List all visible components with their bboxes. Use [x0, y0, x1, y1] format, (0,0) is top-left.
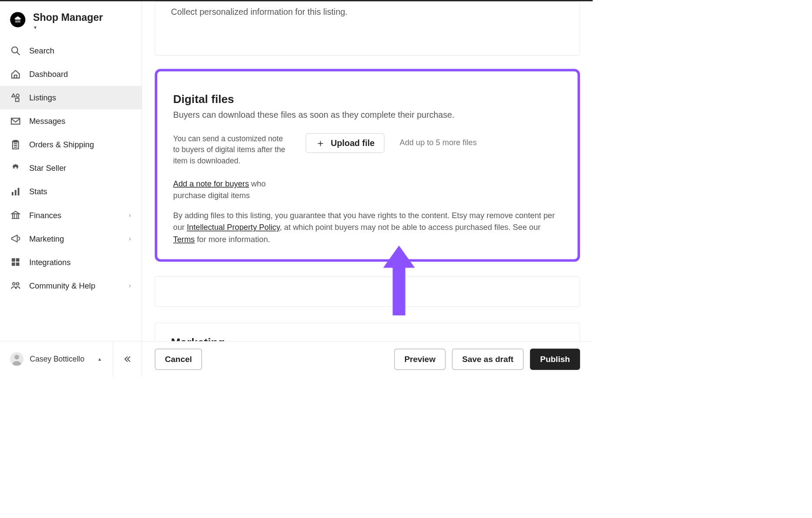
personalization-card: Collect personalized information for thi…: [155, 1, 580, 56]
bar-chart-icon: [10, 186, 21, 197]
caret-down-icon[interactable]: ▼: [33, 25, 103, 30]
add-note-link[interactable]: Add a note for buyers: [173, 179, 249, 188]
chevron-right-icon: ›: [129, 235, 131, 242]
main-scroll[interactable]: Collect personalized information for thi…: [142, 1, 593, 342]
marketing-title: Marketing: [171, 336, 563, 342]
add-more-files-hint: Add up to 5 more files: [400, 133, 477, 147]
user-menu[interactable]: Casey Botticello ▲: [0, 341, 113, 377]
upload-file-button[interactable]: ＋ Upload file: [306, 133, 384, 153]
svg-rect-13: [12, 192, 13, 196]
sidebar-item-label: Marketing: [29, 234, 129, 243]
sidebar-item-dashboard[interactable]: Dashboard: [0, 63, 142, 86]
digital-files-card: Digital files Buyers can download these …: [155, 69, 580, 262]
user-name: Casey Botticello: [30, 355, 98, 364]
svg-point-28: [14, 355, 19, 359]
svg-rect-2: [15, 21, 20, 22]
plus-icon: ＋: [315, 138, 325, 148]
sidebar-item-community[interactable]: Community & Help ›: [0, 274, 142, 297]
sidebar-header[interactable]: Shop Manager ▼: [0, 1, 142, 37]
svg-rect-23: [12, 262, 15, 266]
digital-files-subtitle: Buyers can download these files as soon …: [173, 110, 562, 120]
digital-files-title: Digital files: [173, 79, 562, 106]
people-icon: [10, 280, 21, 291]
caret-up-icon: ▲: [97, 357, 102, 362]
digital-note-hint: You can send a customized note to buyers…: [173, 133, 291, 166]
preview-button[interactable]: Preview: [394, 349, 445, 370]
shapes-icon: [10, 93, 21, 103]
svg-rect-15: [18, 188, 20, 196]
grid-icon: [10, 257, 21, 268]
svg-point-3: [12, 47, 18, 53]
sidebar-item-label: Search: [29, 46, 134, 55]
chevron-right-icon: ›: [129, 282, 131, 289]
sidebar-item-label: Orders & Shipping: [29, 140, 134, 149]
digital-disclaimer: By adding files to this listing, you gua…: [173, 209, 562, 245]
sidebar-item-label: Integrations: [29, 258, 134, 267]
action-bar: Cancel Preview Save as draft Publish: [142, 341, 593, 377]
sidebar-item-stats[interactable]: Stats: [0, 180, 142, 203]
main-content: Collect personalized information for thi…: [142, 1, 593, 377]
svg-rect-6: [16, 98, 19, 102]
svg-rect-21: [12, 258, 15, 262]
sidebar-item-label: Dashboard: [29, 70, 134, 79]
chevron-right-icon: ›: [129, 212, 131, 219]
svg-point-25: [13, 282, 15, 285]
svg-point-5: [16, 94, 19, 97]
sidebar-item-search[interactable]: Search: [0, 39, 142, 63]
sidebar-item-finances[interactable]: Finances ›: [0, 203, 142, 227]
marketing-card: Marketing Want to promote this listing o…: [155, 323, 580, 342]
upload-file-label: Upload file: [331, 138, 375, 148]
sidebar-item-label: Listings: [29, 93, 134, 102]
sidebar-item-marketing[interactable]: Marketing ›: [0, 227, 142, 250]
sidebar-item-label: Finances: [29, 210, 129, 219]
svg-line-4: [17, 52, 20, 55]
svg-rect-14: [15, 190, 17, 196]
collapse-sidebar-button[interactable]: [113, 341, 142, 377]
sidebar-item-label: Stats: [29, 187, 134, 196]
search-icon: [10, 46, 21, 56]
clipboard-icon: [10, 139, 21, 150]
sidebar-item-star-seller[interactable]: Star Seller: [0, 156, 142, 180]
add-note-block: Add a note for buyers who purchase digit…: [173, 178, 291, 201]
empty-card: [155, 276, 580, 307]
terms-link[interactable]: Terms: [173, 235, 195, 243]
cancel-button[interactable]: Cancel: [155, 349, 202, 370]
publish-button[interactable]: Publish: [530, 349, 580, 370]
sidebar-item-listings[interactable]: Listings: [0, 86, 142, 110]
avatar: [10, 352, 23, 366]
svg-rect-1: [15, 20, 20, 20]
star-badge-icon: [10, 163, 21, 174]
svg-rect-0: [15, 19, 20, 23]
sidebar-item-messages[interactable]: Messages: [0, 110, 142, 133]
svg-point-26: [17, 282, 19, 285]
sidebar-item-integrations[interactable]: Integrations: [0, 250, 142, 274]
shop-logo-icon: [10, 12, 25, 27]
sidebar-item-orders[interactable]: Orders & Shipping: [0, 133, 142, 156]
sidebar-item-label: Community & Help: [29, 281, 129, 290]
sidebar-item-label: Messages: [29, 116, 134, 126]
ip-policy-link[interactable]: Intellectual Property Policy: [187, 223, 280, 232]
shop-title: Shop Manager: [33, 12, 103, 23]
personalization-text: Collect personalized information for thi…: [171, 2, 563, 17]
sidebar-nav: Search Dashboard Listings: [0, 37, 142, 298]
envelope-icon: [10, 116, 21, 127]
svg-rect-22: [16, 258, 20, 262]
sidebar-item-label: Star Seller: [29, 163, 134, 173]
home-icon: [10, 69, 21, 80]
sidebar: Shop Manager ▼ Search Dashboard: [0, 1, 142, 377]
megaphone-icon: [10, 233, 21, 244]
bank-icon: [10, 210, 21, 221]
svg-rect-24: [16, 262, 20, 266]
save-draft-button[interactable]: Save as draft: [452, 349, 524, 370]
sidebar-scroll[interactable]: Shop Manager ▼ Search Dashboard: [0, 1, 142, 341]
